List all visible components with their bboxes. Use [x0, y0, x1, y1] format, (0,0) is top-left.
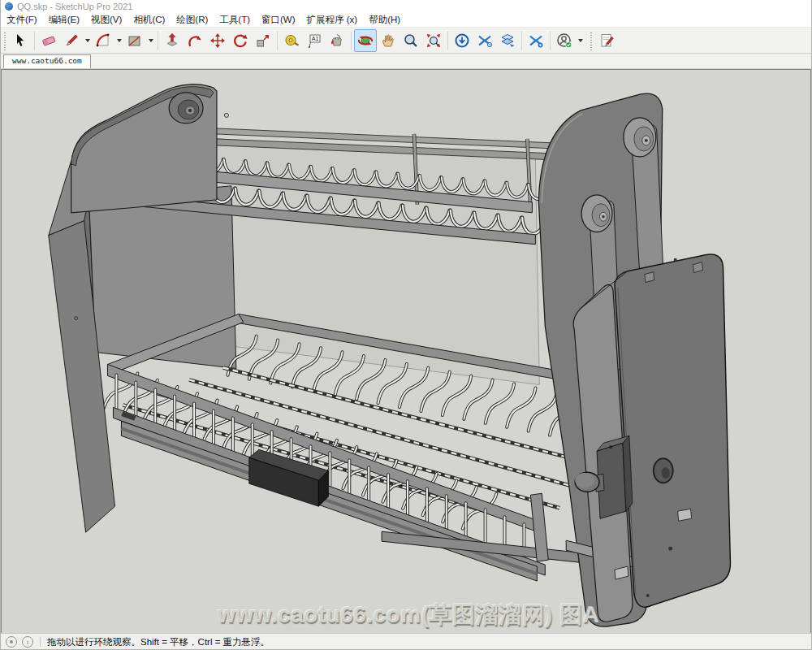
menu-view[interactable]: 视图(V): [85, 14, 127, 26]
follow-me-icon: [187, 32, 203, 49]
text-label-icon: A1: [306, 32, 322, 49]
tool-share-model[interactable]: [473, 29, 496, 52]
scene-tab-bar: www.caotu66.com: [1, 54, 811, 69]
pencil-icon: [63, 32, 80, 49]
model-knob: [575, 472, 604, 492]
status-bar: i 拖动以进行环绕观察。Shift = 平移，Ctrl = 重力悬浮。: [1, 633, 811, 650]
rectangle-icon: [127, 32, 143, 49]
tool-pan[interactable]: [377, 29, 400, 52]
tool-3d-warehouse[interactable]: [451, 29, 473, 52]
toolbar-separator: [447, 32, 448, 50]
orbit-icon: [357, 32, 374, 49]
select-arrow-icon: [12, 32, 28, 49]
status-message: 拖动以进行环绕观察。Shift = 平移，Ctrl = 重力悬浮。: [47, 636, 270, 648]
tool-arc[interactable]: [92, 29, 114, 52]
arc-icon: [95, 32, 111, 49]
model-left-pivot-hub: [169, 93, 203, 124]
sketchup-window: { "window": {"title": "QQ.skp - SketchUp…: [0, 0, 812, 650]
geolocation-icon[interactable]: [6, 636, 17, 648]
toolbar-separator: [521, 32, 522, 50]
toolbar-separator: [34, 32, 35, 50]
tool-zoom[interactable]: [400, 29, 422, 52]
magnifier-icon: [403, 32, 419, 49]
tool-account[interactable]: [553, 29, 576, 52]
pan-hand-icon: [380, 32, 396, 49]
tool-rectangle[interactable]: [123, 29, 146, 52]
tool-layers[interactable]: [496, 29, 519, 52]
chevron-down-icon: [578, 39, 583, 42]
scene-tab[interactable]: www.caotu66.com: [3, 54, 91, 68]
layers-icon: [499, 32, 516, 49]
toolbar-separator: [550, 32, 551, 50]
menu-tools[interactable]: 工具(T): [214, 14, 256, 26]
rotate-icon: [232, 32, 248, 49]
toolbar-separator: [277, 32, 278, 50]
menu-edit[interactable]: 编辑(E): [43, 14, 85, 26]
share-model-icon: [477, 32, 493, 49]
tool-extension-sync[interactable]: [525, 29, 547, 52]
chevron-down-icon: [117, 39, 122, 42]
model-mechanism-hole: [654, 458, 673, 483]
tool-arc-dropdown[interactable]: [114, 30, 123, 51]
toolbar-separator: [158, 32, 158, 50]
tool-text[interactable]: A1: [303, 29, 326, 52]
tool-rotate[interactable]: [229, 29, 252, 52]
toolbar-grip[interactable]: [590, 31, 593, 50]
menu-camera[interactable]: 相机(C): [127, 14, 171, 26]
tape-measure-icon: [283, 32, 300, 49]
menu-file[interactable]: 文件(F): [1, 14, 43, 26]
push-pull-icon: [164, 32, 180, 49]
zoom-extents-icon: [425, 32, 442, 49]
chevron-down-icon: [149, 39, 153, 42]
tool-eraser[interactable]: [37, 29, 60, 52]
account-icon: [556, 32, 572, 49]
extension-sync-icon: [528, 32, 544, 49]
app-icon: [5, 2, 13, 11]
tool-scale[interactable]: [252, 29, 274, 52]
tool-select[interactable]: [9, 29, 32, 52]
tool-tape-measure[interactable]: [280, 29, 303, 52]
move-icon: [209, 32, 226, 49]
toolbar-separator: [351, 32, 352, 50]
tool-line[interactable]: [60, 29, 83, 52]
tool-zoom-extents[interactable]: [422, 29, 445, 52]
toolbar-grip[interactable]: [3, 31, 6, 50]
chevron-down-icon: [85, 39, 90, 42]
window-title: QQ.skp - SketchUp Pro 2021: [17, 2, 132, 11]
status-divider: [40, 637, 41, 647]
tool-paint-bucket[interactable]: [326, 29, 348, 52]
tool-push-pull[interactable]: [161, 29, 184, 52]
tool-account-dropdown[interactable]: [576, 30, 585, 51]
credits-info-icon[interactable]: i: [22, 636, 33, 648]
menu-draw[interactable]: 绘图(R): [171, 14, 214, 26]
menu-window[interactable]: 窗口(W): [256, 14, 301, 26]
scale-icon: [255, 32, 271, 49]
extension-editor-icon: [598, 32, 615, 49]
3d-warehouse-icon: [454, 32, 470, 49]
model-mechanism-box: [573, 254, 730, 622]
tool-orbit[interactable]: [354, 29, 377, 52]
paint-bucket-icon: [329, 32, 345, 49]
toolbar: A1: [1, 27, 811, 54]
svg-text:A1: A1: [312, 36, 319, 41]
model-right-pivot-hub-lower: [581, 195, 612, 232]
model-right-pivot-hub-upper: [624, 118, 656, 157]
model-basket-fence: [116, 375, 524, 558]
tool-line-dropdown[interactable]: [83, 30, 92, 51]
menu-extensions[interactable]: 扩展程序 (x): [301, 14, 364, 26]
tool-extension-editor[interactable]: [595, 29, 618, 52]
viewport[interactable]: www.caotu66.com(草图溜溜网) 图A: [1, 69, 811, 633]
eraser-icon: [41, 32, 57, 49]
title-bar: QQ.skp - SketchUp Pro 2021: [1, 0, 811, 13]
menu-help[interactable]: 帮助(H): [363, 14, 406, 26]
tool-follow-me[interactable]: [184, 29, 206, 52]
tool-move[interactable]: [206, 29, 229, 52]
model-canvas[interactable]: [2, 70, 810, 633]
menu-bar: 文件(F) 编辑(E) 视图(V) 相机(C) 绘图(R) 工具(T) 窗口(W…: [1, 13, 811, 27]
tool-rectangle-dropdown[interactable]: [146, 30, 155, 51]
